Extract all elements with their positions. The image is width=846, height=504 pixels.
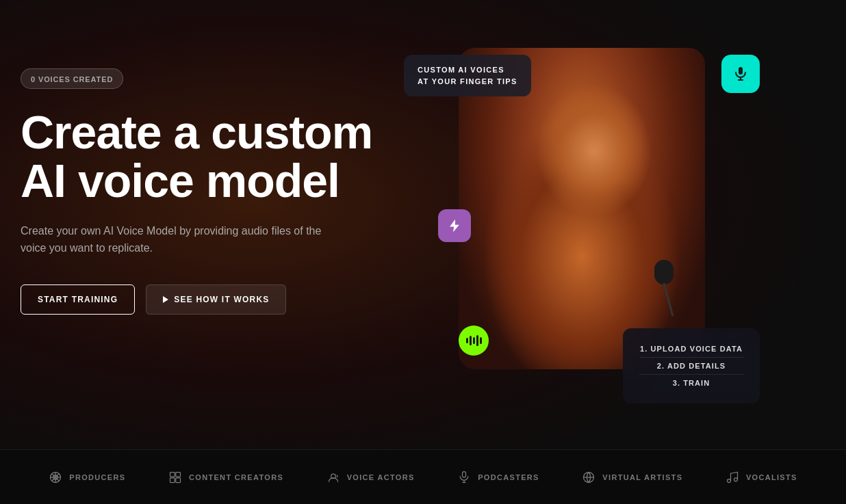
- step-1: 1. UPLOAD VOICE DATA: [639, 341, 743, 357]
- svg-rect-9: [170, 477, 175, 482]
- nav-item-content-creators[interactable]: CONTENT CREATORS: [168, 470, 283, 484]
- audio-bar-3: [473, 337, 475, 344]
- nav-label-voice-actors: VOICE ACTORS: [347, 473, 415, 481]
- main-container: 0 VOICES CREATED Create a custom AI voic…: [0, 0, 846, 504]
- nav-item-virtual-artists[interactable]: VIRTUAL ARTISTS: [582, 470, 682, 484]
- nav-item-voice-actors[interactable]: VOICE ACTORS: [326, 470, 415, 484]
- tooltip-line2: AT YOUR FINGER TIPS: [418, 76, 517, 88]
- svg-rect-10: [176, 477, 181, 482]
- audio-bars: [466, 335, 482, 346]
- subtitle: Create your own AI Voice Model by provid…: [21, 222, 322, 257]
- steps-card: 1. UPLOAD VOICE DATA 2. ADD DETAILS 3. T…: [623, 328, 760, 403]
- mic-head: [654, 260, 674, 284]
- main-title: Create a custom AI voice model: [21, 108, 404, 206]
- svg-rect-12: [463, 471, 466, 477]
- nav-item-producers[interactable]: PRODUCERS: [49, 470, 125, 484]
- step-2: 2. ADD DETAILS: [639, 357, 743, 374]
- nav-item-podcasters[interactable]: PODCASTERS: [457, 470, 539, 484]
- nav-label-content-creators: CONTENT CREATORS: [189, 473, 283, 481]
- start-training-button[interactable]: START TRAINING: [21, 284, 135, 315]
- bottom-nav: PRODUCERS CONTENT CREATORS VOICE ACTORS …: [0, 449, 846, 504]
- left-content: 0 VOICES CREATED Create a custom AI voic…: [21, 41, 404, 315]
- play-icon: [163, 296, 168, 303]
- vocalists-icon: [726, 470, 739, 484]
- step-3: 3. TRAIN: [639, 374, 743, 391]
- voices-badge: 0 VOICES CREATED: [21, 68, 123, 89]
- nav-label-podcasters: PODCASTERS: [478, 473, 539, 481]
- svg-rect-0: [739, 67, 743, 75]
- content-creators-icon: [168, 470, 182, 484]
- microphone-button[interactable]: [721, 55, 760, 93]
- svg-rect-7: [170, 472, 175, 477]
- producers-icon: [49, 470, 62, 484]
- buttons-row: START TRAINING SEE HOW IT WORKS: [21, 284, 404, 315]
- nav-label-producers: PRODUCERS: [69, 473, 125, 481]
- microphone-prop: [643, 260, 684, 328]
- virtual-artists-icon: [582, 470, 595, 484]
- nav-item-vocalists[interactable]: VOCALISTS: [726, 470, 797, 484]
- svg-point-17: [727, 479, 730, 482]
- tooltip-line1: CUSTOM AI VOICES: [418, 64, 517, 76]
- microphone-icon: [732, 66, 749, 82]
- audio-bar-2: [470, 336, 472, 345]
- nav-label-virtual-artists: VIRTUAL ARTISTS: [602, 473, 682, 481]
- custom-ai-tooltip: CUSTOM AI VOICES AT YOUR FINGER TIPS: [404, 55, 531, 96]
- lightning-icon: [447, 218, 462, 233]
- svg-rect-8: [176, 472, 181, 477]
- right-content: CUSTOM AI VOICES AT YOUR FINGER TIPS: [404, 34, 760, 417]
- lightning-button[interactable]: [438, 209, 471, 242]
- see-how-it-works-button[interactable]: SEE HOW IT WORKS: [146, 284, 286, 315]
- mic-stand: [663, 283, 674, 317]
- nav-label-vocalists: VOCALISTS: [746, 473, 797, 481]
- audio-bar-1: [466, 338, 468, 343]
- audio-bar-4: [476, 335, 478, 346]
- svg-point-18: [734, 477, 737, 481]
- voices-badge-label: 0 VOICES CREATED: [31, 75, 113, 83]
- podcasters-icon: [457, 470, 471, 484]
- audio-bar-5: [480, 337, 482, 344]
- audio-waveform-button[interactable]: [459, 326, 489, 356]
- voice-actors-icon: [326, 470, 340, 484]
